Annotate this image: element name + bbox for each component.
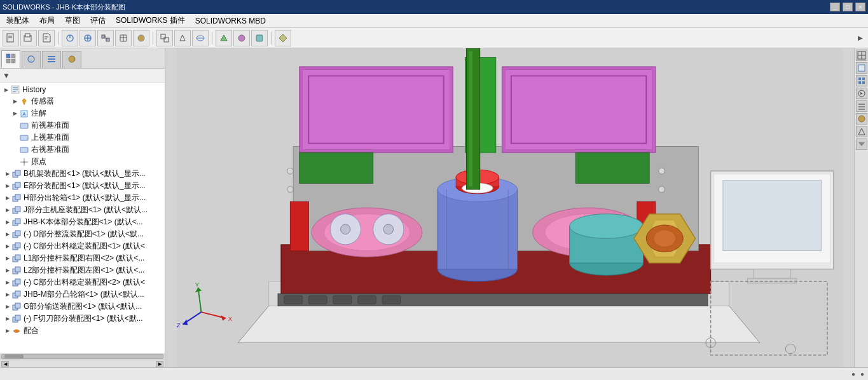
- tree-item-asm8[interactable]: ▶ L1部分撞杆装配图右图<2> (默认<...: [0, 252, 165, 264]
- toolbar-btn-6[interactable]: [97, 30, 114, 46]
- icon-sensors: [19, 97, 29, 107]
- viewport[interactable]: X Y Z: [165, 48, 854, 367]
- icon-asm12: [11, 302, 22, 312]
- minimize-button[interactable]: _: [830, 3, 840, 11]
- tree-item-asm3[interactable]: ▶ H部分出轮箱<1> (默认<默认_显示...: [0, 192, 165, 204]
- tree-item-top-plane[interactable]: ▶ 上视基准面: [0, 132, 165, 144]
- toolbar-more-arrow[interactable]: ▶: [855, 33, 865, 43]
- tree-item-mate[interactable]: ▶ 配合: [0, 325, 165, 337]
- status-indicator-1: ●: [851, 370, 855, 377]
- tree-item-asm6[interactable]: ▶ (-) D部分整流装配图<1> (默认<默...: [0, 228, 165, 240]
- tree-item-history[interactable]: ▶ History: [0, 84, 165, 95]
- right-btn-4[interactable]: [856, 88, 867, 99]
- tab-feature-tree[interactable]: [1, 50, 20, 68]
- tree-item-asm5[interactable]: ▶ JHB-K本体部分装配图<1> (默认<...: [0, 216, 165, 228]
- right-btn-3[interactable]: [856, 75, 867, 86]
- svg-marker-75: [238, 306, 760, 343]
- close-button[interactable]: ×: [855, 3, 865, 11]
- icon-right-plane: [19, 145, 29, 155]
- tree-item-asm11[interactable]: ▶ JHB-M部分凸轮箱<1> (默认<默认...: [0, 288, 165, 301]
- svg-rect-59: [15, 231, 20, 236]
- menu-evaluate[interactable]: 评估: [85, 14, 111, 27]
- expand-asm4[interactable]: ▶: [4, 207, 11, 214]
- toolbar-btn-12[interactable]: [216, 30, 232, 46]
- tree-item-asm10[interactable]: ▶ (-) C部分出料稳定装配图<2> (默认<: [0, 276, 165, 288]
- tree-item-asm2[interactable]: ▶ E部分装配图<1> (默认<默认_显示...: [0, 180, 165, 192]
- expand-asm2[interactable]: ▶: [4, 182, 11, 190]
- tree-item-asm4[interactable]: ▶ J部分主机座装配图<1> (默认<默认...: [0, 204, 165, 216]
- expand-asm12[interactable]: ▶: [4, 303, 11, 311]
- tree-item-right-plane[interactable]: ▶ 右视基准面: [0, 144, 165, 156]
- expand-mate[interactable]: ▶: [4, 327, 11, 335]
- panel-scrollbar[interactable]: [0, 353, 165, 360]
- expand-asm11[interactable]: ▶: [4, 291, 11, 299]
- expand-asm5[interactable]: ▶: [4, 219, 11, 226]
- svg-rect-135: [284, 295, 303, 304]
- tree-item-sensors[interactable]: ▶ 传感器: [0, 95, 165, 107]
- toolbar-btn-9[interactable]: [156, 30, 173, 46]
- right-btn-7[interactable]: [856, 126, 867, 137]
- expand-asm9[interactable]: ▶: [4, 267, 11, 275]
- tree-item-asm12[interactable]: ▶ G部分输送装配图<1> (默认<默认...: [0, 301, 165, 313]
- tab-properties[interactable]: i: [22, 51, 41, 68]
- toolbar-btn-7[interactable]: [115, 30, 132, 46]
- expand-asm13[interactable]: ▶: [4, 315, 11, 323]
- tree-item-asm13[interactable]: ▶ (-) F切刀部分装配图<1> (默认<默...: [0, 313, 165, 325]
- panel-scrollbar-thumb[interactable]: [4, 355, 24, 358]
- expand-asm6[interactable]: ▶: [4, 231, 11, 238]
- menu-sw-mbd[interactable]: SOLIDWORKS MBD: [190, 15, 271, 27]
- menu-layout[interactable]: 布局: [34, 14, 60, 27]
- expand-annotations[interactable]: ▶: [11, 110, 19, 118]
- expand-asm3[interactable]: ▶: [4, 194, 11, 202]
- label-asm8: L1部分撞杆装配图右图<2> (默认<...: [24, 253, 162, 264]
- expand-asm1[interactable]: ▶: [4, 170, 11, 178]
- tree-item-asm1[interactable]: ▶ B机架装配图<1> (默认<默认_显示...: [0, 168, 165, 180]
- svg-rect-138: [358, 295, 376, 304]
- toolbar-btn-2[interactable]: [20, 30, 37, 46]
- toolbar-btn-11[interactable]: [192, 30, 209, 46]
- menu-assembly[interactable]: 装配体: [1, 14, 34, 27]
- expand-sensors[interactable]: ▶: [11, 98, 19, 105]
- toolbar-btn-15[interactable]: [275, 30, 291, 46]
- expand-asm10[interactable]: ▶: [4, 279, 11, 287]
- panel-scroll-right[interactable]: ▶: [156, 361, 163, 367]
- tab-config[interactable]: [42, 51, 61, 68]
- expand-history[interactable]: ▶: [3, 86, 10, 93]
- toolbar-btn-8[interactable]: [133, 30, 149, 46]
- right-btn-1[interactable]: [856, 50, 867, 61]
- right-btn-8[interactable]: [856, 139, 867, 150]
- tree-item-front-plane[interactable]: ▶ 前视基准面: [0, 119, 165, 132]
- tree-item-asm9[interactable]: ▶ L2部分撞杆装配图左图<1> (默认<...: [0, 264, 165, 276]
- tree-item-origin[interactable]: ▶ 原点: [0, 156, 165, 168]
- panel-scroll-left[interactable]: ◀: [1, 361, 9, 367]
- right-btn-2[interactable]: [856, 62, 867, 74]
- svg-rect-26: [6, 54, 10, 58]
- toolbar-btn-3[interactable]: [38, 30, 55, 46]
- toolbar-btn-13[interactable]: [233, 30, 250, 46]
- right-btn-5[interactable]: [856, 100, 867, 112]
- filter-icon[interactable]: ▼: [3, 71, 10, 80]
- toolbar-btn-5[interactable]: [79, 30, 96, 46]
- toolbar-btn-10[interactable]: [174, 30, 191, 46]
- toolbar-btn-4[interactable]: [62, 30, 78, 46]
- expand-asm8[interactable]: ▶: [4, 255, 11, 262]
- svg-rect-83: [505, 70, 652, 150]
- toolbar-btn-1[interactable]: [3, 30, 19, 46]
- svg-text:Z: Z: [177, 322, 181, 329]
- svg-point-140: [287, 168, 294, 174]
- icon-asm5: [11, 217, 22, 227]
- tree-item-asm7[interactable]: ▶ (-) C部分出料稳定装配图<1> (默认<: [0, 240, 165, 252]
- maximize-button[interactable]: □: [843, 3, 853, 11]
- svg-rect-61: [15, 243, 20, 248]
- svg-rect-29: [11, 59, 15, 63]
- right-btn-6[interactable]: [856, 113, 867, 125]
- tree-item-annotations[interactable]: ▶ A 注解: [0, 107, 165, 119]
- panel-scrollbar-track[interactable]: [1, 354, 163, 359]
- tab-appearance[interactable]: [62, 51, 81, 68]
- title-controls: _ □ ×: [830, 3, 865, 11]
- toolbar-btn-14[interactable]: [251, 30, 268, 46]
- menu-sw-plugins[interactable]: SOLIDWORKS 插件: [111, 14, 190, 27]
- svg-rect-53: [15, 194, 20, 200]
- expand-asm7[interactable]: ▶: [4, 243, 11, 250]
- menu-sketch[interactable]: 草图: [60, 14, 85, 27]
